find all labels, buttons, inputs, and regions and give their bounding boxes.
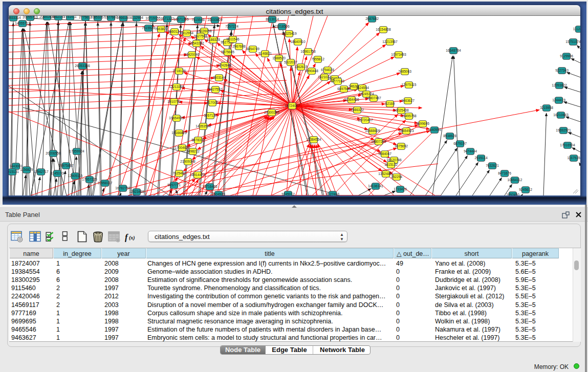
svg-text:7663822: 7663822: [155, 27, 168, 31]
svg-text:8471676: 8471676: [498, 171, 511, 175]
svg-text:1910753: 1910753: [167, 100, 181, 103]
svg-text:16210643: 16210643: [553, 113, 569, 117]
svg-text:1615132: 1615132: [384, 163, 398, 166]
svg-text:2935114: 2935114: [474, 156, 488, 160]
svg-text:7515546: 7515546: [191, 18, 205, 21]
svg-text:9862145: 9862145: [52, 16, 65, 18]
svg-text:14136141: 14136141: [368, 184, 383, 188]
svg-text:12923468: 12923468: [129, 190, 144, 193]
svg-text:26053346: 26053346: [75, 64, 90, 68]
svg-text:21909348: 21909348: [180, 160, 195, 163]
svg-text:417006: 417006: [207, 101, 218, 104]
svg-text:1156829: 1156829: [20, 168, 33, 171]
svg-text:9084067: 9084067: [378, 152, 391, 156]
svg-text:9245612: 9245612: [519, 188, 532, 191]
svg-text:5322037: 5322037: [284, 60, 297, 64]
svg-text:8912954: 8912954: [180, 31, 193, 35]
svg-text:9146821: 9146821: [258, 52, 272, 55]
svg-text:20055713: 20055713: [23, 16, 38, 19]
svg-text:15720407: 15720407: [358, 118, 373, 122]
svg-text:1527602: 1527602: [104, 16, 118, 19]
svg-text:10958117: 10958117: [98, 181, 113, 185]
svg-text:6966160: 6966160: [117, 16, 130, 19]
svg-text:9777169: 9777169: [331, 79, 344, 83]
svg-text:f: f: [125, 232, 128, 242]
svg-text:2718126: 2718126: [172, 69, 186, 73]
svg-text:12093822: 12093822: [552, 83, 567, 87]
svg-text:9627508: 9627508: [194, 34, 207, 38]
svg-text:(x): (x): [129, 235, 135, 241]
svg-text:7955812: 7955812: [311, 57, 324, 61]
svg-text:9457771: 9457771: [167, 183, 181, 187]
svg-text:1443001: 1443001: [9, 164, 23, 168]
svg-text:12213967: 12213967: [382, 40, 398, 43]
svg-text:10973493: 10973493: [391, 53, 406, 56]
svg-text:9129906: 9129906: [560, 54, 573, 58]
svg-text:15716485: 15716485: [202, 185, 217, 188]
svg-text:3498222: 3498222: [186, 149, 200, 153]
svg-text:17957225: 17957225: [82, 178, 97, 181]
svg-text:62160: 62160: [385, 102, 395, 105]
svg-text:7485063: 7485063: [398, 70, 411, 73]
svg-text:1167535: 1167535: [567, 156, 580, 160]
svg-text:12975115: 12975115: [402, 83, 417, 86]
svg-text:18914479: 18914479: [190, 173, 205, 177]
svg-text:19384554: 19384554: [306, 138, 321, 141]
svg-text:8813014: 8813014: [266, 17, 279, 21]
svg-text:12942717: 12942717: [33, 170, 49, 173]
svg-text:8186328: 8186328: [207, 38, 220, 41]
svg-text:10025438: 10025438: [394, 108, 409, 112]
svg-text:1244419: 1244419: [552, 98, 565, 102]
svg-text:1588520: 1588520: [272, 56, 286, 60]
svg-text:7986322: 7986322: [351, 108, 364, 112]
svg-text:25300285: 25300285: [264, 111, 279, 114]
svg-text:9474444: 9474444: [464, 149, 477, 153]
svg-text:7632621: 7632621: [486, 164, 499, 167]
svg-text:2803144: 2803144: [212, 76, 226, 79]
svg-text:2087682: 2087682: [365, 17, 379, 20]
svg-text:3915131: 3915131: [9, 170, 19, 173]
svg-text:18933314: 18933314: [9, 16, 21, 19]
svg-text:7625402: 7625402: [172, 171, 186, 175]
svg-text:1733426: 1733426: [394, 187, 407, 191]
svg-text:9242848: 9242848: [218, 63, 231, 67]
svg-text:2967608: 2967608: [232, 45, 246, 48]
svg-text:19654933: 19654933: [169, 116, 184, 120]
svg-text:3624554: 3624554: [356, 86, 369, 90]
svg-text:3267130: 3267130: [204, 114, 217, 117]
svg-text:9227343: 9227343: [555, 69, 569, 72]
svg-text:1640955: 1640955: [428, 128, 441, 132]
svg-text:1145193: 1145193: [51, 171, 64, 175]
svg-text:8454749: 8454749: [246, 47, 259, 51]
svg-text:7751411: 7751411: [63, 16, 77, 18]
svg-text:7357224: 7357224: [225, 25, 238, 28]
svg-text:15751074: 15751074: [565, 40, 580, 43]
svg-text:17359924: 17359924: [69, 149, 84, 153]
svg-text:8660124: 8660124: [168, 30, 181, 33]
svg-text:15226058: 15226058: [197, 29, 212, 33]
svg-text:13495758: 13495758: [401, 114, 417, 118]
svg-text:8427552: 8427552: [209, 87, 222, 91]
svg-text:19975887: 19975887: [58, 164, 74, 167]
svg-text:20206556: 20206556: [46, 151, 61, 155]
svg-text:1362615: 1362615: [294, 65, 308, 69]
svg-text:16120746: 16120746: [386, 158, 402, 162]
svg-text:6794028: 6794028: [321, 68, 334, 72]
svg-text:18807249: 18807249: [371, 140, 386, 143]
svg-text:18654923: 18654923: [399, 129, 414, 133]
svg-text:8938928: 8938928: [443, 134, 456, 138]
svg-text:19218506: 19218506: [274, 25, 290, 28]
svg-text:19166825: 19166825: [171, 131, 187, 135]
svg-text:19692971: 19692971: [556, 128, 571, 132]
svg-text:17004673: 17004673: [175, 146, 190, 149]
svg-text:10807487: 10807487: [366, 96, 381, 100]
svg-text:10543382: 10543382: [189, 41, 204, 45]
svg-text:1112480: 1112480: [573, 27, 580, 31]
svg-text:9075692: 9075692: [395, 144, 408, 148]
svg-text:12905115: 12905115: [68, 174, 83, 178]
svg-text:18640910: 18640910: [290, 40, 306, 43]
svg-text:5875685: 5875685: [221, 50, 234, 54]
svg-text:8878332: 8878332: [191, 138, 205, 142]
svg-text:10719155: 10719155: [145, 16, 161, 20]
svg-text:20364436: 20364436: [344, 98, 359, 101]
